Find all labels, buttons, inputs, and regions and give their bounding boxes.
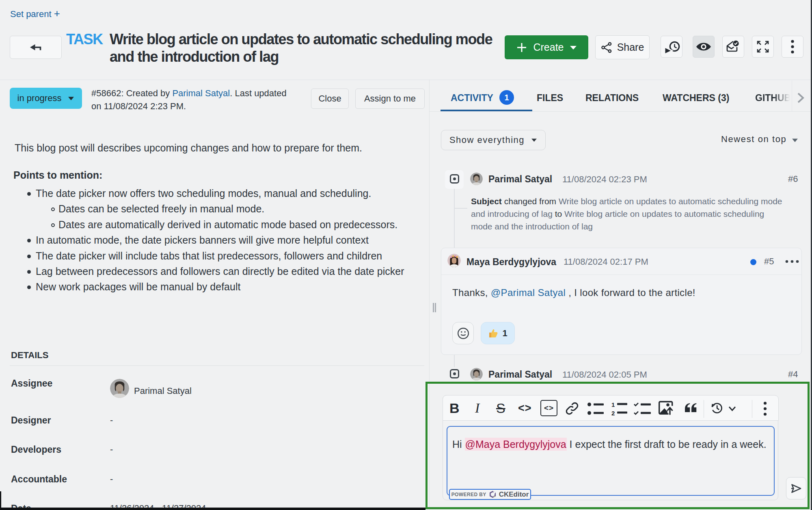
svg-text:2: 2 — [611, 410, 615, 416]
svg-text:1: 1 — [611, 402, 615, 408]
